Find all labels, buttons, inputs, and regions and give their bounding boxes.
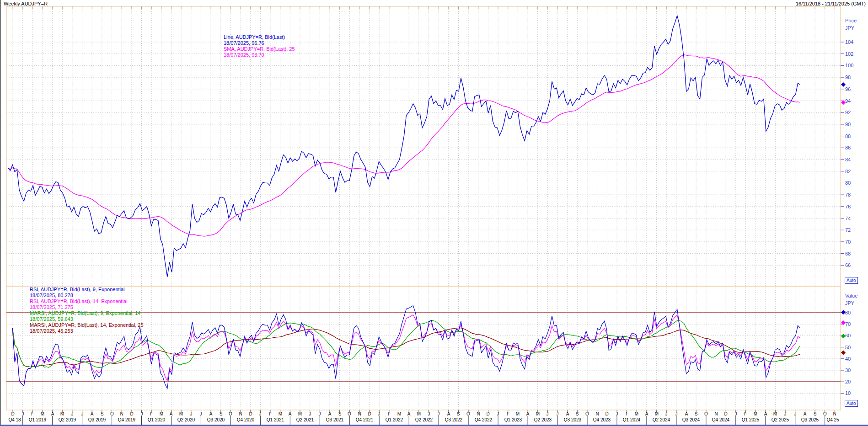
price-tick-label: 70 xyxy=(845,239,851,245)
month-label: J xyxy=(319,411,321,416)
price-tick-label: 104 xyxy=(845,39,853,45)
month-label: J xyxy=(665,411,668,416)
legend-marsi14-value: 18/07/2025, 45.253 xyxy=(30,328,144,334)
month-label: J xyxy=(200,411,202,416)
quarter-label: Q3 2021 xyxy=(326,417,343,422)
price-tick-label: 100 xyxy=(845,63,853,68)
sma25-line xyxy=(8,55,800,236)
month-label: M xyxy=(655,411,659,416)
month-label: M xyxy=(41,411,44,416)
quarter-label: Q3 2020 xyxy=(207,417,225,422)
quarter-label: Q4 2019 xyxy=(118,417,135,422)
month-label: A xyxy=(170,411,173,416)
price-tick-label: 84 xyxy=(845,157,851,162)
rsi-axis-currency: JPY xyxy=(845,300,854,306)
month-label: J xyxy=(22,411,24,416)
month-label: A xyxy=(209,411,213,416)
price-tick-label: 92 xyxy=(845,110,851,115)
month-label: A xyxy=(645,411,648,416)
month-label: S xyxy=(695,411,698,416)
month-label: M xyxy=(298,411,302,416)
month-label: N xyxy=(477,411,480,416)
rsi-tick-label: 70 xyxy=(845,321,851,327)
price-tick-label: 78 xyxy=(845,192,851,197)
quarter-label: Q4 18 xyxy=(8,417,21,422)
month-label: M xyxy=(417,411,421,416)
rsi-tick-label: 40 xyxy=(845,356,851,362)
quarter-label: Q2 2023 xyxy=(534,417,552,422)
gridlines xyxy=(6,6,841,413)
price-tick-label: 66 xyxy=(845,262,851,268)
price-axis-currency: JPY xyxy=(845,25,854,31)
month-label: M xyxy=(179,411,183,416)
month-label: D xyxy=(724,411,727,416)
month-label: J xyxy=(675,411,678,416)
quarter-label: Q3 2019 xyxy=(88,417,106,422)
legend-rsi14-name: RSI, AUDJPY=R, Bid(Last), 14, Exponentia… xyxy=(30,298,144,304)
month-label: J xyxy=(784,411,787,416)
month-label: J xyxy=(497,411,499,416)
price-tick-label: 96 xyxy=(845,86,851,92)
price-tick-label: 98 xyxy=(845,75,851,80)
quarter-label: Q4 2020 xyxy=(237,417,254,422)
month-label: M xyxy=(773,411,777,416)
price-axis-title: Price xyxy=(845,18,857,23)
month-label: F xyxy=(269,411,272,416)
month-label: N xyxy=(833,411,836,416)
price-tick-label: 74 xyxy=(845,216,851,221)
rsi-autoscale-button[interactable]: Auto xyxy=(845,400,858,407)
month-label: O xyxy=(348,411,351,416)
month-label: F xyxy=(507,411,509,416)
month-label: S xyxy=(576,411,579,416)
month-label: S xyxy=(814,411,817,416)
legend-marsi9-name: MARSI, AUDJPY=R, Bid(Last), 9, Exponenti… xyxy=(30,310,144,316)
quarter-label: Q1 2021 xyxy=(267,417,284,422)
month-label: O xyxy=(466,411,470,416)
month-label: M xyxy=(60,411,64,416)
month-label: F xyxy=(626,411,628,416)
legend-marsi9-value: 18/07/2025, 59.643 xyxy=(30,316,144,322)
price-series-group xyxy=(8,16,800,277)
legend-sma-name: SMA, AUDJPY=R, Bid(Last), 25 xyxy=(224,46,295,52)
rsi-tick-label: 10 xyxy=(845,390,851,396)
month-label: D xyxy=(249,411,252,416)
month-label: D xyxy=(368,411,371,416)
month-label: O xyxy=(823,411,827,416)
quarter-label: Q3 2024 xyxy=(682,417,700,422)
month-label: D xyxy=(130,411,133,416)
month-label: M xyxy=(516,411,520,416)
price-line xyxy=(8,16,800,277)
month-label: A xyxy=(685,411,688,416)
month-label: J xyxy=(190,411,193,416)
quarter-label: Q2 2021 xyxy=(296,417,314,422)
month-label: J xyxy=(309,411,311,416)
quarter-label: Q2 2024 xyxy=(653,417,670,422)
quarter-label: Q4 25 xyxy=(826,417,839,422)
month-label: N xyxy=(120,411,123,416)
price-tick-label: 80 xyxy=(845,180,851,186)
rsi-tick-label: 30 xyxy=(845,367,851,373)
legend-line-value: 18/07/2025, 96.76 xyxy=(224,40,295,46)
quarter-label: Q2 2022 xyxy=(415,417,433,422)
chart-window: { "window": { "title": "Weekly AUDJPY=R"… xyxy=(0,0,868,426)
month-label: A xyxy=(566,411,569,416)
month-label: O xyxy=(110,411,114,416)
month-label: F xyxy=(150,411,153,416)
quarter-label: Q1 2025 xyxy=(742,417,759,422)
month-label: J xyxy=(141,411,143,416)
rsi-tick-label: 20 xyxy=(845,379,851,384)
quarter-label: Q4 2023 xyxy=(593,417,611,422)
month-label: F xyxy=(744,411,747,416)
price-autoscale-button[interactable]: Auto xyxy=(845,277,858,284)
quarter-label: Q4 2022 xyxy=(475,417,492,422)
chart-canvas[interactable] xyxy=(0,0,868,426)
quarter-label: Q4 2021 xyxy=(356,417,373,422)
quarter-label: Q1 2019 xyxy=(29,417,46,422)
quarter-label: Q3 2022 xyxy=(445,417,462,422)
month-label: S xyxy=(220,411,223,416)
rsi-tick-label: 60 xyxy=(845,333,851,338)
rsi-tick-label: 50 xyxy=(845,345,851,350)
month-label: N xyxy=(714,411,718,416)
month-label: O xyxy=(229,411,232,416)
month-label: A xyxy=(526,411,530,416)
